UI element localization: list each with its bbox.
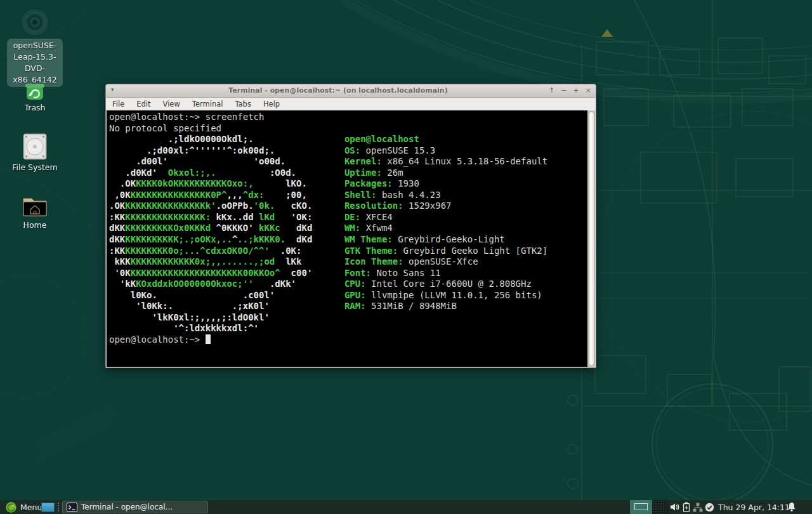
terminal-window: ▾ Terminal - open@localhost:~ (on localh… <box>105 84 596 368</box>
desktop-icon-dvd[interactable]: openSUSE-Leap-15.3-DVD-x86_64142 <box>6 8 63 87</box>
shade-button[interactable]: ↑ <box>549 86 554 96</box>
notification-bell-icon[interactable] <box>787 500 796 514</box>
updates-icon[interactable] <box>705 500 714 514</box>
workspace-window-outline <box>634 503 648 510</box>
menu-view[interactable]: View <box>163 100 180 109</box>
opensuse-gecko-icon <box>5 501 17 513</box>
menu-edit[interactable]: Edit <box>136 100 150 109</box>
desktop-icon-filesystem[interactable]: File System <box>6 133 63 173</box>
desktop-icon-label-dvd: openSUSE-Leap-15.3-DVD-x86_64142 <box>7 39 63 87</box>
menu-file[interactable]: File <box>112 100 124 109</box>
panel-handle[interactable] <box>58 503 60 511</box>
applications-menu-button[interactable]: Menu <box>3 500 44 514</box>
maximize-button[interactable]: + <box>573 86 579 96</box>
terminal-cursor <box>206 334 211 344</box>
menu-button-label: Menu <box>20 503 42 512</box>
hard-drive-icon <box>23 133 47 160</box>
desktop-icon-trash[interactable]: Trash <box>6 82 63 114</box>
home-folder-icon <box>22 194 48 218</box>
network-icon[interactable] <box>693 500 703 514</box>
dvd-disc-icon <box>20 8 49 37</box>
task-button-terminal[interactable]: Terminal - open@local... <box>62 501 208 513</box>
menubar: File Edit View Terminal Tabs Help <box>106 98 596 111</box>
workspace-thumbnail[interactable] <box>41 503 55 512</box>
task-button-label: Terminal - open@local... <box>81 503 173 511</box>
menu-terminal[interactable]: Terminal <box>192 100 223 109</box>
scrollbar-thumb[interactable] <box>589 111 594 366</box>
workspace-switcher-active[interactable] <box>630 500 652 514</box>
desktop-icon-home[interactable]: Home <box>6 194 63 231</box>
titlebar[interactable]: ▾ Terminal - open@localhost:~ (on localh… <box>106 84 596 98</box>
desktop-icon-label-home: Home <box>23 220 47 231</box>
minimize-button[interactable]: − <box>561 86 566 96</box>
terminal-output: open@localhost:~> screenfetch No protoco… <box>109 112 547 345</box>
desktop-icon-label-filesystem: File System <box>12 162 58 173</box>
scrollbar[interactable] <box>587 110 595 367</box>
close-button[interactable]: × <box>586 86 591 96</box>
window-menu-icon[interactable]: ▾ <box>111 86 114 93</box>
menu-tabs[interactable]: Tabs <box>235 100 251 109</box>
menu-help[interactable]: Help <box>263 100 280 109</box>
battery-icon[interactable] <box>683 500 690 514</box>
window-title: Terminal - open@localhost:~ (on localhos… <box>131 86 545 95</box>
desktop-icon-label-trash: Trash <box>24 102 45 114</box>
taskbar: Menu Terminal - open@local... <box>0 500 812 514</box>
workspace-switcher-2[interactable] <box>652 500 668 514</box>
clock[interactable]: Thu 29 Apr, 14:11 <box>718 500 790 514</box>
volume-icon[interactable] <box>670 500 680 514</box>
terminal-viewport[interactable]: open@localhost:~> screenfetch No protoco… <box>107 110 595 367</box>
terminal-app-icon <box>67 503 77 512</box>
